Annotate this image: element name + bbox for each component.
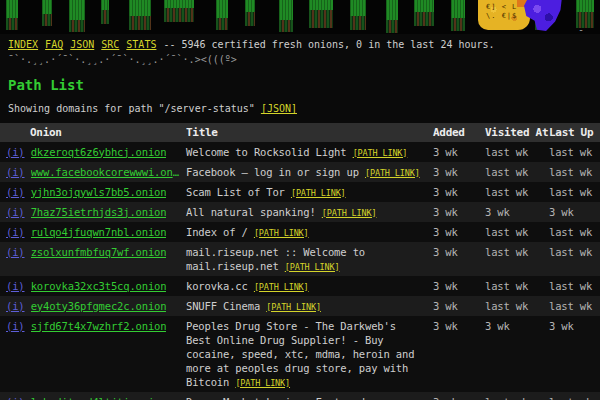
site-title: Facebook – log in or sign up [186, 166, 359, 178]
lastup-cell: last wk [545, 392, 600, 400]
col-header-added: Added [429, 123, 481, 142]
subtitle-text: Showing domains for path "/server-status… [8, 103, 255, 114]
site-title: korovka.cc [186, 280, 248, 292]
lastup-cell: 3 wk [545, 316, 600, 392]
wave-fish-ascii: ¯`·.¸¸.·´¯`·.¸¸.·´¯`·.¸¸.·´¯`·.><(((º> [0, 50, 600, 65]
nav-link-src[interactable]: SRC [101, 39, 119, 50]
info-icon-link[interactable]: (i) [6, 246, 25, 258]
table-header-row: Onion Title Added Visited At Last Up [0, 123, 600, 142]
banner-art-block [414, 0, 434, 26]
onion-address-link[interactable]: zsolxunfmbfuq7wf.onion [31, 245, 167, 259]
site-title: Scam List of Tor [186, 186, 285, 198]
path-link[interactable]: [PATH LINK] [322, 208, 377, 218]
added-cell: 3 wk [429, 276, 481, 296]
path-link[interactable]: [PATH LINK] [353, 148, 408, 158]
corner-dash: - [578, 24, 584, 35]
banner-art-block [451, 0, 465, 31]
visited-cell: last wk [481, 242, 545, 276]
path-link[interactable]: [PATH LINK] [291, 188, 346, 198]
site-title: SNUFF Cinema [186, 300, 260, 312]
json-link[interactable]: [JSON] [261, 103, 297, 114]
path-link[interactable]: [PATH LINK] [365, 168, 420, 178]
col-header-onion: Onion [0, 123, 184, 142]
nav-link-faq[interactable]: FAQ [45, 39, 63, 50]
info-icon-link[interactable]: (i) [6, 396, 25, 400]
table-row: (i) lchuditewd4ltjti.onionDream Market L… [0, 392, 600, 400]
visited-cell: last wk [481, 222, 545, 242]
path-link[interactable]: [PATH LINK] [254, 228, 309, 238]
table-row: (i) www.facebookcorewwwi.onionFacebook –… [0, 162, 600, 182]
onion-table: Onion Title Added Visited At Last Up (i)… [0, 123, 600, 400]
site-title: All natural spanking! [186, 206, 316, 218]
nav-link-stats[interactable]: STATS [126, 39, 156, 50]
subtitle: Showing domains for path "/server-status… [8, 103, 600, 114]
site-title: Welcome to Rocksolid Light [186, 146, 346, 158]
ascii-art-banner: €] < L \. €|$ [0, 0, 600, 34]
path-link[interactable]: [PATH LINK] [285, 262, 340, 272]
mascot-art-line: \. €|$ [486, 12, 530, 21]
onion-mascot-art: €] < L \. €|$ [478, 0, 530, 30]
info-icon-link[interactable]: (i) [6, 280, 25, 292]
added-cell: 3 wk [429, 242, 481, 276]
lastup-cell: last wk [545, 142, 600, 162]
added-cell: 3 wk [429, 222, 481, 242]
nav-link-index[interactable]: INDEX [8, 39, 38, 50]
onion-address-link[interactable]: korovka32xc3t5cq.onion [31, 279, 167, 293]
onion-address-link[interactable]: www.facebookcorewwwi.onion [31, 165, 181, 179]
banner-art-block [101, 0, 109, 24]
visited-cell: last wk [481, 296, 545, 316]
banner-art-block [42, 0, 52, 26]
table-row: (i) korovka32xc3t5cq.onionkorovka.cc [PA… [0, 276, 600, 296]
onion-address-link[interactable]: dkzeroqt6z6ybhcj.onion [31, 145, 167, 159]
onion-table-body: (i) dkzeroqt6z6ybhcj.onionWelcome to Roc… [0, 142, 600, 400]
col-header-visited: Visited At [481, 123, 545, 142]
onion-address-link[interactable]: ey4oty36pfgmec2c.onion [31, 299, 167, 313]
path-link[interactable]: [PATH LINK] [254, 282, 309, 292]
info-icon-link[interactable]: (i) [6, 300, 25, 312]
site-title: Index of / [186, 226, 248, 238]
banner-art-block [164, 0, 194, 22]
table-row: (i) ey4oty36pfgmec2c.onionSNUFF Cinema [… [0, 296, 600, 316]
onion-address-link[interactable]: lchuditewd4ltjti.onion [31, 395, 167, 400]
onion-address-link[interactable]: yjhn3ojqywls7bb5.onion [31, 185, 167, 199]
page-title: Path List [8, 77, 600, 93]
nav-link-json[interactable]: JSON [70, 39, 94, 50]
banner-art-block [216, 0, 228, 30]
visited-cell: last wk [481, 142, 545, 162]
info-icon-link[interactable]: (i) [6, 146, 25, 158]
lastup-cell: last wk [545, 296, 600, 316]
info-icon-link[interactable]: (i) [6, 320, 25, 332]
banner-art-block [245, 0, 255, 26]
visited-cell: 3 wk [481, 202, 545, 222]
added-cell: 3 wk [429, 142, 481, 162]
info-icon-link[interactable]: (i) [6, 226, 25, 238]
lastup-cell: last wk [545, 242, 600, 276]
lastup-cell: last wk [545, 182, 600, 202]
info-icon-link[interactable]: (i) [6, 166, 25, 178]
banner-art-block [69, 0, 85, 32]
banner-art-block [309, 0, 333, 28]
info-icon-link[interactable]: (i) [6, 206, 25, 218]
table-row: (i) sjfd67t4x7wzhrf2.onionPeoples Drug S… [0, 316, 600, 392]
onion-address-link[interactable]: rulqo4jfuqwn7nbl.onion [31, 225, 167, 239]
added-cell: 3 wk [429, 316, 481, 392]
onion-count-status: -- 5946 certified fresh onions, 0 in the… [163, 39, 494, 50]
site-title: Dream Market Login – Featured anonymous … [186, 396, 365, 400]
path-link[interactable]: [PATH LINK] [235, 378, 290, 388]
path-link[interactable]: [PATH LINK] [266, 302, 321, 312]
onion-address-link[interactable]: sjfd67t4x7wzhrf2.onion [31, 319, 167, 333]
visited-cell: last wk [481, 276, 545, 296]
visited-cell: last wk [481, 182, 545, 202]
banner-art-block [279, 0, 293, 32]
table-row: (i) yjhn3ojqywls7bb5.onionScam List of T… [0, 182, 600, 202]
info-icon-link[interactable]: (i) [6, 186, 25, 198]
site-title: Peoples Drug Store - The Darkweb's Best … [186, 320, 414, 388]
table-row: (i) rulqo4jfuqwn7nbl.onionIndex of / [PA… [0, 222, 600, 242]
banner-art-block [6, 0, 18, 30]
lastup-cell: 3 wk [545, 202, 600, 222]
visited-cell: last wk [481, 162, 545, 182]
added-cell: 3 wk [429, 162, 481, 182]
visited-cell: last wk [481, 392, 545, 400]
nav-links: INDEXFAQJSONSRCSTATS [8, 39, 163, 50]
onion-address-link[interactable]: 7haz75ietrhjds3j.onion [31, 205, 167, 219]
